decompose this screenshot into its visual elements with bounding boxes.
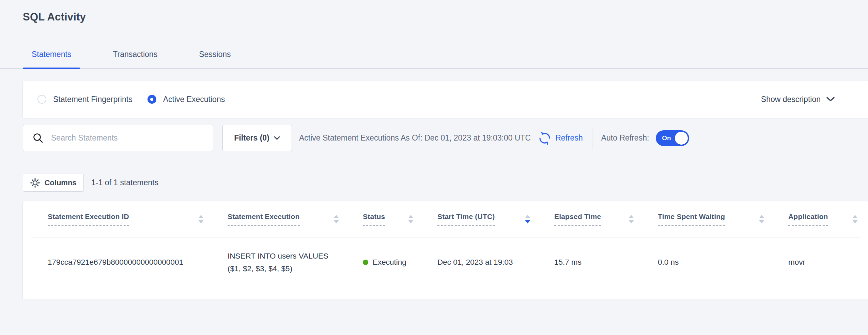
as-of-timestamp: Active Statement Executions As Of: Dec 0… — [299, 133, 531, 143]
column-header-time-spent-waiting[interactable]: Time Spent Waiting — [658, 213, 788, 226]
statements-table: Statement Execution ID Statement Executi… — [23, 201, 868, 300]
column-header-application[interactable]: Application — [788, 213, 860, 226]
column-header-status[interactable]: Status — [363, 213, 437, 226]
filters-button-label: Filters (0) — [234, 133, 269, 143]
refresh-button[interactable]: Refresh — [538, 132, 583, 145]
search-icon — [32, 132, 44, 144]
tab-transactions[interactable]: Transactions — [104, 50, 166, 68]
column-header-elapsed-time[interactable]: Elapsed Time — [554, 213, 658, 226]
column-header-statement-execution[interactable]: Statement Execution — [228, 213, 363, 226]
gear-icon — [30, 178, 40, 188]
sort-icon[interactable] — [198, 215, 204, 223]
show-description-toggle[interactable]: Show description — [761, 95, 835, 104]
column-header-start-time[interactable]: Start Time (UTC) — [437, 213, 554, 226]
sort-desc-icon[interactable] — [525, 215, 530, 223]
radio-label: Active Executions — [163, 95, 225, 104]
toggle-state-label: On — [662, 134, 671, 142]
view-selector-card: Statement Fingerprints Active Executions… — [23, 81, 868, 118]
auto-refresh-label: Auto Refresh: — [601, 133, 649, 143]
table-row[interactable]: 179cca7921e679b80000000000000001 INSERT … — [31, 237, 860, 287]
search-input[interactable] — [51, 133, 206, 143]
column-header-statement-execution-id[interactable]: Statement Execution ID — [31, 213, 228, 226]
vertical-divider — [592, 127, 592, 149]
cell-time-spent-waiting: 0.0 ns — [658, 258, 788, 267]
radio-unselected-icon[interactable] — [37, 95, 46, 104]
search-box[interactable] — [23, 125, 213, 151]
sort-icon[interactable] — [408, 215, 414, 223]
status-label: Executing — [373, 258, 406, 267]
radio-statement-fingerprints[interactable]: Statement Fingerprints — [37, 95, 133, 104]
tab-bar: Statements Transactions Sessions — [0, 50, 868, 69]
cell-statement-execution[interactable]: INSERT INTO users VALUES ($1, $2, $3, $4… — [228, 250, 363, 275]
show-description-label: Show description — [761, 95, 821, 104]
tab-statements[interactable]: Statements — [23, 50, 80, 68]
columns-button-label: Columns — [44, 178, 76, 187]
cell-execution-id[interactable]: 179cca7921e679b80000000000000001 — [31, 258, 228, 267]
filters-button[interactable]: Filters (0) — [222, 125, 292, 151]
columns-button[interactable]: Columns — [23, 174, 84, 192]
filter-bar: Filters (0) Active Statement Executions … — [23, 125, 868, 151]
cell-status: Executing — [363, 258, 437, 267]
refresh-icon — [538, 132, 551, 145]
cell-start-time: Dec 01, 2023 at 19:03 — [437, 258, 554, 267]
cell-elapsed-time: 15.7 ms — [554, 258, 658, 267]
sort-icon[interactable] — [334, 215, 339, 223]
table-controls: Columns 1-1 of 1 statements — [23, 174, 868, 192]
radio-selected-icon[interactable] — [148, 95, 156, 104]
sort-icon[interactable] — [759, 215, 764, 223]
tab-sessions[interactable]: Sessions — [190, 50, 239, 68]
status-executing-dot-icon — [363, 260, 368, 265]
chevron-down-icon — [274, 136, 280, 140]
results-count: 1-1 of 1 statements — [91, 178, 158, 187]
refresh-label: Refresh — [555, 133, 583, 143]
cell-application: movr — [788, 258, 860, 267]
chevron-down-icon — [826, 97, 835, 102]
radio-label: Statement Fingerprints — [53, 95, 133, 104]
auto-refresh-toggle[interactable]: On — [656, 130, 689, 146]
table-header-row: Statement Execution ID Statement Executi… — [31, 201, 860, 237]
sort-icon[interactable] — [629, 215, 634, 223]
radio-active-executions[interactable]: Active Executions — [148, 95, 225, 104]
toggle-knob[interactable] — [675, 132, 688, 145]
sort-icon[interactable] — [852, 215, 858, 223]
page-title: SQL Activity — [23, 11, 868, 23]
